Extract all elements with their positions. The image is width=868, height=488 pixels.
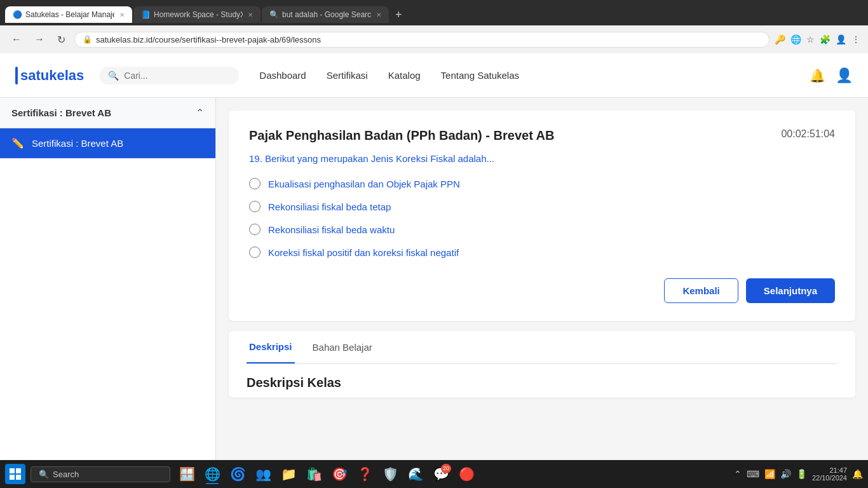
header-icons: 🔔 👤 (810, 67, 853, 84)
sidebar-section-title: Sertifikasi : Brevet AB (11, 107, 111, 118)
logo[interactable]: satukelas (15, 67, 84, 85)
tab2-favicon: 📘 (141, 10, 150, 19)
sidebar-header[interactable]: Sertifikasi : Brevet AB ⌃ (0, 98, 215, 128)
taskbar-battery-icon[interactable]: 🔋 (796, 469, 807, 479)
nav-katalog[interactable]: Katalog (388, 70, 421, 81)
search-icon: 🔍 (108, 71, 119, 81)
browser-tab-1[interactable]: 🔵 Satukelas - Belajar Manajemen ✕ (5, 6, 132, 23)
main-nav: Dashboard Sertifikasi Katalog Tentang Sa… (259, 70, 810, 81)
extensions-icon[interactable]: 🧩 (820, 34, 831, 44)
taskbar-keyboard-icon[interactable]: ⌨ (747, 469, 759, 479)
bookmark-icon[interactable]: ☆ (806, 34, 815, 44)
tab2-label: Homework Space - StudyX (154, 10, 243, 19)
taskbar-time-display: 21:47 (812, 466, 847, 474)
quiz-radio-4[interactable] (249, 247, 261, 258)
chevron-up-icon: ⌃ (196, 107, 204, 119)
taskbar-app-edge[interactable]: 🌊 (404, 463, 427, 485)
tab1-label: Satukelas - Belajar Manajemen (25, 10, 114, 19)
taskbar-app-windows[interactable]: 🪟 (175, 463, 198, 485)
tab3-favicon: 🔍 (269, 10, 278, 19)
taskbar-search-icon: 🔍 (39, 470, 49, 479)
taskbar-system-tray-icon[interactable]: ⌃ (734, 469, 742, 479)
quiz-question: 19. Berikut yang merupakan Jenis Koreksi… (249, 153, 835, 164)
new-tab-button[interactable]: + (390, 8, 407, 22)
quiz-option-4-label: Koreksi fiskal positif dan koreksi fiska… (268, 247, 459, 258)
address-bar[interactable]: 🔒 satukelas.biz.id/course/sertifikasi--b… (74, 32, 770, 48)
password-manager-icon[interactable]: 🔑 (775, 34, 785, 44)
page-header: satukelas 🔍 Dashboard Sertifikasi Katalo… (0, 53, 868, 98)
kembali-button[interactable]: Kembali (664, 278, 738, 303)
quiz-card: Pajak Penghasilan Badan (PPh Badan) - Br… (229, 111, 855, 321)
quiz-option-4[interactable]: Koreksi fiskal positif dan koreksi fiska… (249, 247, 835, 258)
svg-rect-3 (16, 475, 21, 480)
tab2-close[interactable]: ✕ (248, 11, 253, 18)
svg-rect-1 (16, 468, 21, 473)
quiz-option-2[interactable]: Rekonsiliasi fiskal beda tetap (249, 201, 835, 212)
refresh-button[interactable]: ↻ (53, 31, 69, 48)
nav-tentang[interactable]: Tentang Satukelas (441, 70, 519, 81)
nav-sertifikasi[interactable]: Sertifikasi (327, 70, 368, 81)
selanjutnya-button[interactable]: Selanjutnya (746, 278, 835, 303)
quiz-radio-2[interactable] (249, 201, 261, 212)
taskbar-app-whatsapp[interactable]: 💬 20 (430, 463, 452, 485)
quiz-option-3[interactable]: Rekonsiliasi fiskal beda waktu (249, 224, 835, 235)
taskbar-app-store[interactable]: 🛍️ (302, 463, 325, 485)
taskbar-app-teams[interactable]: 👥 (252, 463, 275, 485)
tab-deskripsi[interactable]: Deskripsi (247, 331, 295, 363)
forward-button[interactable]: → (31, 31, 48, 48)
taskbar-wifi-icon[interactable]: 📶 (764, 469, 775, 479)
back-button[interactable]: ← (8, 31, 25, 48)
sidebar-item-label: Sertifikasi : Brevet AB (32, 138, 123, 149)
bell-icon[interactable]: 🔔 (810, 68, 825, 83)
tab3-label: but adalah - Google Search (282, 10, 371, 19)
whatsapp-badge: 20 (441, 464, 451, 473)
tab1-close[interactable]: ✕ (119, 11, 125, 18)
tab1-favicon: 🔵 (13, 10, 22, 19)
taskbar-app-unknown2[interactable]: ❓ (353, 463, 376, 485)
taskbar-search-box[interactable]: 🔍 Search (31, 466, 170, 482)
sidebar-item-brevet-ab[interactable]: ✏️ Sertifikasi : Brevet AB (0, 128, 215, 158)
lock-icon: 🔒 (83, 35, 92, 44)
user-avatar-icon[interactable]: 👤 (836, 67, 853, 84)
browser-tab-3[interactable]: 🔍 but adalah - Google Search ✕ (262, 6, 389, 23)
taskbar-app-explorer[interactable]: 📁 (277, 463, 300, 485)
start-button[interactable] (5, 464, 25, 484)
tab-bahan-belajar[interactable]: Bahan Belajar (310, 331, 375, 363)
svg-rect-0 (10, 468, 15, 473)
taskbar-app-google-chrome[interactable]: 🔴 (455, 463, 478, 485)
quiz-option-3-label: Rekonsiliasi fiskal beda waktu (268, 224, 395, 235)
taskbar-app-copilot[interactable]: 🌀 (226, 463, 249, 485)
taskbar-date-display: 22/10/2024 (812, 474, 847, 482)
page-body: Sertifikasi : Brevet AB ⌃ ✏️ Sertifikasi… (0, 98, 868, 488)
menu-icon[interactable]: ⋮ (851, 34, 860, 44)
quiz-card-header: Pajak Penghasilan Badan (PPh Badan) - Br… (249, 128, 835, 143)
main-content: Pajak Penghasilan Badan (PPh Badan) - Br… (216, 98, 868, 488)
quiz-radio-3[interactable] (249, 224, 261, 235)
logo-text: satukelas (20, 67, 84, 84)
quiz-timer: 00:02:51:04 (781, 128, 835, 140)
taskbar-volume-icon[interactable]: 🔊 (780, 469, 791, 479)
quiz-title: Pajak Penghasilan Badan (PPh Badan) - Br… (249, 128, 555, 143)
taskbar-app-chrome[interactable]: 🌐 (201, 463, 224, 485)
logo-bar (15, 67, 18, 85)
search-input[interactable] (124, 71, 230, 81)
tab3-close[interactable]: ✕ (376, 11, 381, 18)
section-title: Deskripsi Kelas (247, 376, 837, 390)
profile-icon[interactable]: 👤 (836, 34, 846, 44)
taskbar: 🔍 Search 🪟 🌐 🌀 👥 📁 🛍️ 🎯 ❓ 🛡️ 🌊 💬 20 🔴 ⌃ … (0, 460, 868, 488)
search-box[interactable]: 🔍 (99, 67, 239, 85)
nav-dashboard[interactable]: Dashboard (259, 70, 306, 81)
taskbar-notification-icon[interactable]: 🔔 (852, 469, 863, 479)
sidebar: Sertifikasi : Brevet AB ⌃ ✏️ Sertifikasi… (0, 98, 216, 488)
taskbar-app-unknown1[interactable]: 🎯 (328, 463, 351, 485)
taskbar-app-mcafee[interactable]: 🛡️ (379, 463, 402, 485)
quiz-radio-1[interactable] (249, 178, 261, 189)
browser-tab-2[interactable]: 📘 Homework Space - StudyX ✕ (133, 6, 261, 23)
taskbar-clock[interactable]: 21:47 22/10/2024 (812, 466, 847, 482)
quiz-actions: Kembali Selanjutnya (249, 278, 835, 303)
svg-rect-2 (10, 475, 15, 480)
quiz-option-1[interactable]: Ekualisasi penghasilan dan Objek Pajak P… (249, 178, 835, 189)
edit-icon: ✏️ (11, 137, 24, 149)
translate-icon[interactable]: 🌐 (790, 34, 801, 44)
quiz-options: Ekualisasi penghasilan dan Objek Pajak P… (249, 178, 835, 258)
